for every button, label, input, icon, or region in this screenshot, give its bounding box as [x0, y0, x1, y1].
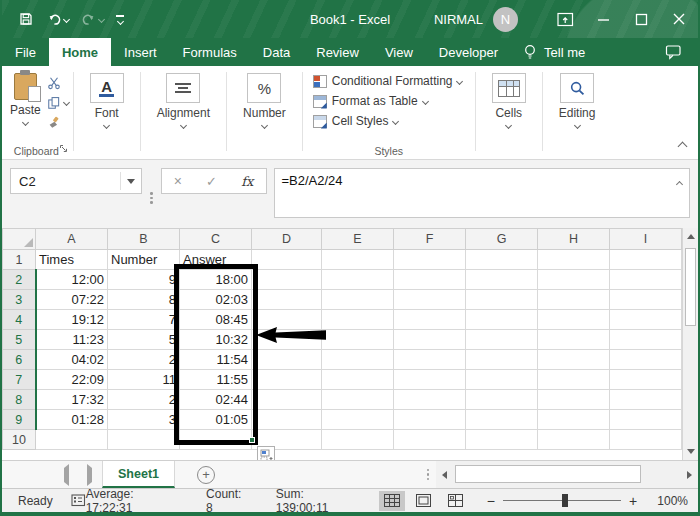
formula-bar-collapse-button[interactable]: [677, 175, 682, 190]
stat-count[interactable]: Count: 8: [206, 487, 250, 515]
cell-E5[interactable]: [322, 330, 394, 350]
cell-G1[interactable]: [466, 250, 538, 270]
cell-I1[interactable]: [610, 250, 682, 270]
cell-E6[interactable]: [322, 350, 394, 370]
enter-icon[interactable]: ✓: [206, 174, 217, 189]
ribbon-display-options-button[interactable]: [546, 0, 584, 38]
cell-E7[interactable]: [322, 370, 394, 390]
cell-H3[interactable]: [538, 290, 610, 310]
row-header-1[interactable]: 1: [3, 250, 36, 270]
close-button[interactable]: [660, 0, 698, 38]
next-sheet-button[interactable]: [87, 468, 92, 482]
row-header-7[interactable]: 7: [3, 370, 36, 390]
cell-C9[interactable]: 01:05: [180, 410, 252, 430]
cell-B4[interactable]: 7: [108, 310, 180, 330]
cell-I6[interactable]: [610, 350, 682, 370]
cell-F5[interactable]: [394, 330, 466, 350]
cell-F1[interactable]: [394, 250, 466, 270]
undo-button[interactable]: [42, 8, 73, 30]
cell-I8[interactable]: [610, 390, 682, 410]
col-header-F[interactable]: F: [394, 229, 466, 250]
cell-F10[interactable]: [394, 430, 466, 450]
stat-sum[interactable]: Sum: 139:00:11: [276, 487, 357, 515]
col-header-I[interactable]: I: [610, 229, 682, 250]
tab-bar-resizer[interactable]: [426, 469, 431, 481]
cell-H1[interactable]: [538, 250, 610, 270]
cell-H7[interactable]: [538, 370, 610, 390]
auto-fill-options-button[interactable]: [257, 446, 275, 460]
tab-developer[interactable]: Developer: [426, 38, 511, 66]
copy-button[interactable]: [47, 95, 69, 110]
format-painter-button[interactable]: [47, 115, 69, 130]
normal-view-button[interactable]: [379, 491, 405, 511]
cell-I3[interactable]: [610, 290, 682, 310]
cell-F6[interactable]: [394, 350, 466, 370]
cell-H8[interactable]: [538, 390, 610, 410]
cell-B9[interactable]: 3: [108, 410, 180, 430]
scroll-right-button[interactable]: [681, 461, 698, 488]
row-header-10[interactable]: 10: [3, 430, 36, 450]
row-header-6[interactable]: 6: [3, 350, 36, 370]
cell-D3[interactable]: [252, 290, 322, 310]
zoom-out-button[interactable]: −: [487, 494, 495, 508]
tab-home[interactable]: Home: [49, 38, 111, 66]
cell-G4[interactable]: [466, 310, 538, 330]
cell-B1[interactable]: Number: [108, 250, 180, 270]
cell-D6[interactable]: [252, 350, 322, 370]
col-header-E[interactable]: E: [322, 229, 394, 250]
scroll-up-button[interactable]: [683, 228, 698, 245]
row-header-2[interactable]: 2: [3, 270, 36, 290]
cell-C10[interactable]: [180, 430, 252, 450]
cell-G3[interactable]: [466, 290, 538, 310]
paste-button[interactable]: Paste: [10, 73, 41, 143]
new-sheet-button[interactable]: +: [197, 466, 215, 484]
name-box-dropdown[interactable]: [121, 179, 141, 184]
cell-H10[interactable]: [538, 430, 610, 450]
paste-dropdown-icon[interactable]: [22, 119, 29, 126]
tab-view[interactable]: View: [372, 38, 426, 66]
cell-D9[interactable]: [252, 410, 322, 430]
cell-F8[interactable]: [394, 390, 466, 410]
cell-F3[interactable]: [394, 290, 466, 310]
cell-E10[interactable]: [322, 430, 394, 450]
horizontal-scrollbar[interactable]: [436, 461, 698, 488]
page-break-preview-button[interactable]: [443, 491, 469, 511]
cell-A4[interactable]: 19:12: [36, 310, 108, 330]
cell-A6[interactable]: 04:02: [36, 350, 108, 370]
minimize-button[interactable]: [584, 0, 622, 38]
customize-qat-button[interactable]: [112, 12, 128, 27]
account-name[interactable]: NIRMAL: [434, 12, 483, 27]
row-header-5[interactable]: 5: [3, 330, 36, 350]
cell-I7[interactable]: [610, 370, 682, 390]
tab-insert[interactable]: Insert: [111, 38, 170, 66]
tab-file[interactable]: File: [2, 38, 49, 66]
cell-H9[interactable]: [538, 410, 610, 430]
cell-C7[interactable]: 11:55: [180, 370, 252, 390]
cell-I2[interactable]: [610, 270, 682, 290]
cell-G6[interactable]: [466, 350, 538, 370]
cell-C5[interactable]: 10:32: [180, 330, 252, 350]
cut-button[interactable]: [47, 75, 69, 90]
cells-button[interactable]: Cells: [486, 73, 532, 143]
comments-button[interactable]: [649, 38, 698, 66]
cell-G9[interactable]: [466, 410, 538, 430]
tell-me-box[interactable]: Tell me: [511, 38, 597, 66]
vertical-scroll-thumb[interactable]: [685, 248, 696, 326]
cell-A3[interactable]: 07:22: [36, 290, 108, 310]
cell-D1[interactable]: [252, 250, 322, 270]
number-button[interactable]: % Number: [237, 73, 292, 143]
cell-C2[interactable]: 18:00: [180, 270, 252, 290]
alignment-dropdown-icon[interactable]: [180, 122, 187, 129]
cell-A8[interactable]: 17:32: [36, 390, 108, 410]
font-dropdown-icon[interactable]: [103, 122, 110, 129]
cell-A10[interactable]: [36, 430, 108, 450]
fill-handle[interactable]: [249, 437, 255, 443]
font-button[interactable]: A Font: [84, 73, 130, 143]
cell-F7[interactable]: [394, 370, 466, 390]
cell-F4[interactable]: [394, 310, 466, 330]
cell-E4[interactable]: [322, 310, 394, 330]
cell-styles-button[interactable]: Cell Styles: [313, 114, 463, 128]
cell-G7[interactable]: [466, 370, 538, 390]
col-header-A[interactable]: A: [36, 229, 108, 250]
cell-C4[interactable]: 08:45: [180, 310, 252, 330]
